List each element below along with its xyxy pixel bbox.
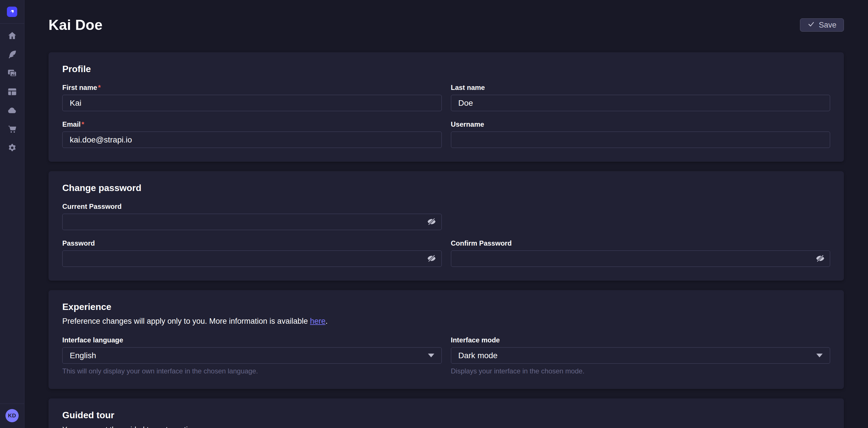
interface-language-field-group: Interface language English This will onl… <box>62 336 442 375</box>
cards-container: Profile First name* Last name Email* <box>49 52 844 428</box>
page-header: Kai Doe Save <box>49 15 844 36</box>
layout-icon <box>7 87 17 98</box>
required-asterisk: * <box>98 84 100 91</box>
sidebar-divider-top <box>0 23 24 24</box>
sidebar-item-cloud[interactable] <box>0 102 24 120</box>
confirm-password-control <box>451 251 830 267</box>
username-field-group: Username <box>451 120 830 148</box>
interface-language-hint: This will only display your own interfac… <box>62 367 442 375</box>
eye-slash-icon <box>427 217 436 227</box>
profile-grid: First name* Last name Email* <box>62 84 830 148</box>
guided-tour-description: You can reset the guided tour at any tim… <box>62 425 830 428</box>
email-input[interactable] <box>62 132 442 148</box>
strapi-logo[interactable] <box>7 7 17 17</box>
cart-icon <box>7 124 17 135</box>
experience-grid: Interface language English This will onl… <box>62 336 830 375</box>
interface-mode-field-group: Interface mode Dark mode Displays your i… <box>451 336 830 375</box>
confirm-password-field-group: Confirm Password <box>451 239 830 267</box>
save-button-label: Save <box>818 21 836 30</box>
interface-mode-select[interactable]: Dark mode <box>451 347 830 364</box>
interface-mode-value: Dark mode <box>458 351 498 360</box>
toggle-new-password-visibility-button[interactable] <box>425 252 439 266</box>
avatar[interactable]: KD <box>5 409 19 422</box>
current-password-field-group: Current Password <box>62 202 442 230</box>
interface-language-label: Interface language <box>62 336 442 344</box>
change-password-title: Change password <box>62 183 830 193</box>
strapi-logo-icon <box>9 8 15 16</box>
interface-language-value: English <box>70 351 96 360</box>
chevron-down-icon <box>816 353 823 357</box>
experience-description: Preference changes will apply only to yo… <box>62 317 830 326</box>
required-asterisk: * <box>82 120 84 128</box>
username-control <box>451 132 830 148</box>
new-password-field-group: Password <box>62 239 442 267</box>
current-password-control <box>62 214 442 230</box>
last-name-input[interactable] <box>451 95 830 111</box>
change-password-card: Change password Current Password <box>49 171 844 281</box>
chevron-down-icon <box>428 353 434 357</box>
interface-language-select[interactable]: English <box>62 347 442 364</box>
images-icon <box>7 68 17 79</box>
email-field-group: Email* <box>62 120 442 148</box>
more-information-link[interactable]: here <box>310 317 326 325</box>
sidebar-nav <box>0 27 24 158</box>
last-name-label: Last name <box>451 84 830 92</box>
toggle-confirm-password-visibility-button[interactable] <box>813 252 827 266</box>
sidebar-item-media-library[interactable] <box>0 64 24 83</box>
eye-slash-icon <box>427 254 436 264</box>
main-content: Kai Doe Save Profile First name* Last na… <box>24 0 868 428</box>
sidebar-item-content-manager[interactable] <box>0 46 24 64</box>
confirm-password-label: Confirm Password <box>451 239 830 247</box>
check-icon <box>807 20 815 30</box>
current-password-label: Current Password <box>62 202 442 210</box>
sidebar-item-marketplace[interactable] <box>0 120 24 139</box>
sidebar-bottom: KD <box>0 404 24 428</box>
first-name-label: First name* <box>62 84 442 92</box>
username-label: Username <box>451 120 830 129</box>
profile-card-title: Profile <box>62 64 830 75</box>
last-name-control <box>451 95 830 111</box>
sidebar-item-content-type-builder[interactable] <box>0 83 24 102</box>
last-name-field-group: Last name <box>451 84 830 111</box>
profile-card: Profile First name* Last name Email* <box>49 52 844 162</box>
new-password-input[interactable] <box>62 251 442 267</box>
current-password-input[interactable] <box>62 214 442 230</box>
guided-tour-card: Guided tour You can reset the guided tou… <box>49 398 844 428</box>
first-name-control <box>62 95 442 111</box>
experience-title: Experience <box>62 302 830 312</box>
first-name-input[interactable] <box>62 95 442 111</box>
sidebar-item-home[interactable] <box>0 27 24 46</box>
gear-icon <box>7 143 17 154</box>
home-icon <box>7 31 17 42</box>
save-button[interactable]: Save <box>800 19 844 32</box>
avatar-initials: KD <box>8 412 16 419</box>
experience-card: Experience Preference changes will apply… <box>49 290 844 389</box>
interface-mode-label: Interface mode <box>451 336 830 344</box>
eye-slash-icon <box>815 254 825 264</box>
username-input[interactable] <box>451 132 830 148</box>
feather-icon <box>7 49 17 61</box>
new-password-control <box>62 251 442 267</box>
confirm-password-input[interactable] <box>451 251 830 267</box>
sidebar-item-settings[interactable] <box>0 139 24 158</box>
interface-mode-hint: Displays your interface in the chosen mo… <box>451 367 830 375</box>
guided-tour-title: Guided tour <box>62 410 830 421</box>
email-label: Email* <box>62 120 442 129</box>
new-password-label: Password <box>62 239 442 247</box>
toggle-current-password-visibility-button[interactable] <box>425 215 439 229</box>
email-control <box>62 132 442 148</box>
password-grid: Current Password <box>62 202 830 267</box>
sidebar: KD <box>0 0 24 428</box>
cloud-icon <box>7 106 17 117</box>
first-name-field-group: First name* <box>62 84 442 111</box>
page-title: Kai Doe <box>49 17 102 33</box>
